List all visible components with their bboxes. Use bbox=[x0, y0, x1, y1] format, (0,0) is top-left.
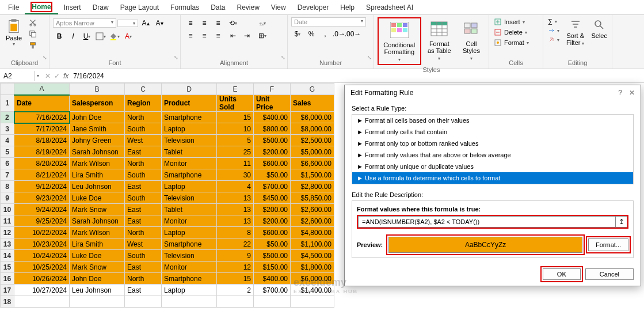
format-painter-button[interactable] bbox=[26, 40, 39, 51]
data-cell[interactable]: 4 bbox=[217, 181, 254, 192]
menu-tab-formulas[interactable]: Formulas bbox=[165, 1, 205, 14]
data-cell[interactable]: East bbox=[125, 146, 162, 158]
data-cell[interactable]: West bbox=[125, 135, 162, 146]
data-cell[interactable] bbox=[254, 296, 291, 308]
data-cell[interactable] bbox=[125, 296, 162, 308]
align-right-button[interactable]: ≡ bbox=[212, 30, 224, 41]
bold-button[interactable]: B bbox=[53, 31, 66, 42]
data-cell[interactable]: Luke Doe bbox=[70, 250, 125, 262]
format-as-table-button[interactable]: Format as Table ▾ bbox=[424, 17, 455, 63]
data-cell[interactable]: Lira Smith bbox=[70, 238, 125, 250]
fx-icon[interactable]: fx bbox=[63, 72, 68, 80]
data-cell[interactable]: Television bbox=[162, 135, 217, 146]
data-cell[interactable]: $1,400.00 bbox=[291, 285, 334, 296]
column-header[interactable]: B bbox=[70, 84, 125, 95]
delete-cells-button[interactable]: Delete ▾ bbox=[493, 28, 530, 37]
column-header[interactable]: G bbox=[291, 84, 334, 95]
menu-tab-page-layout[interactable]: Page Layout bbox=[115, 1, 165, 14]
data-cell[interactable]: $500.00 bbox=[254, 250, 291, 262]
header-cell[interactable]: Region bbox=[125, 95, 162, 112]
data-cell[interactable]: Sarah Johnson bbox=[70, 146, 125, 158]
paste-button[interactable]: Paste ▾ bbox=[3, 17, 24, 48]
data-cell[interactable]: Leu Johnson bbox=[70, 285, 125, 296]
data-cell[interactable]: 25 bbox=[217, 146, 254, 158]
data-cell[interactable]: Smartphone bbox=[162, 169, 217, 181]
data-cell[interactable]: Jane Smith bbox=[70, 123, 125, 135]
data-cell[interactable]: $150.00 bbox=[254, 262, 291, 273]
data-cell[interactable]: Mark Wilson bbox=[70, 227, 125, 238]
align-middle-button[interactable]: ≡ bbox=[198, 17, 211, 29]
data-cell[interactable]: John Doe bbox=[70, 112, 125, 123]
row-header[interactable]: 16 bbox=[1, 273, 14, 285]
data-cell[interactable]: John Doe bbox=[70, 273, 125, 285]
data-cell[interactable]: 8/20/2024 bbox=[14, 158, 70, 169]
clear-button[interactable]: ▾ bbox=[547, 36, 561, 44]
column-header[interactable]: D bbox=[162, 84, 217, 95]
data-cell[interactable]: 9/24/2024 bbox=[14, 204, 70, 215]
border-button[interactable]: ▾ bbox=[94, 31, 107, 42]
header-cell[interactable]: Date bbox=[14, 95, 70, 112]
data-cell[interactable]: Tablet bbox=[162, 146, 217, 158]
data-cell[interactable]: East bbox=[125, 204, 162, 215]
underline-button[interactable]: U▾ bbox=[81, 31, 93, 42]
data-cell[interactable]: $200.00 bbox=[254, 146, 291, 158]
header-cell[interactable]: Sales bbox=[291, 95, 334, 112]
data-cell[interactable]: $2,500.00 bbox=[291, 135, 334, 146]
format-cells-button[interactable]: Format ▾ bbox=[493, 38, 530, 47]
alignment-launcher-icon[interactable]: ⤡ bbox=[281, 55, 285, 60]
data-cell[interactable]: $600.00 bbox=[254, 227, 291, 238]
increase-font-button[interactable]: A▴ bbox=[139, 17, 152, 29]
data-cell[interactable]: Sarah Johnson bbox=[70, 215, 125, 227]
format-button[interactable]: Format... bbox=[588, 238, 628, 251]
data-cell[interactable]: 10/25/2024 bbox=[14, 262, 70, 273]
data-cell[interactable]: South bbox=[125, 123, 162, 135]
data-cell[interactable]: Leu Johnson bbox=[70, 181, 125, 192]
data-cell[interactable]: $5,850.00 bbox=[291, 192, 334, 204]
font-launcher-icon[interactable]: ⤡ bbox=[174, 55, 178, 60]
data-cell[interactable]: 22 bbox=[217, 238, 254, 250]
data-cell[interactable] bbox=[14, 296, 70, 308]
data-cell[interactable]: Television bbox=[162, 250, 217, 262]
data-cell[interactable]: 7/17/2024 bbox=[14, 123, 70, 135]
menu-tab-developer[interactable]: Developer bbox=[292, 1, 335, 14]
data-cell[interactable]: 11 bbox=[217, 158, 254, 169]
data-cell[interactable]: 30 bbox=[217, 169, 254, 181]
select-all-corner[interactable] bbox=[1, 84, 14, 95]
data-cell[interactable]: $2,600.00 bbox=[291, 215, 334, 227]
menu-tab-review[interactable]: Review bbox=[231, 1, 265, 14]
row-header[interactable]: 13 bbox=[1, 238, 14, 250]
data-cell[interactable] bbox=[70, 296, 125, 308]
data-cell[interactable]: North bbox=[125, 158, 162, 169]
data-cell[interactable]: 10/23/2024 bbox=[14, 238, 70, 250]
formula-input[interactable] bbox=[72, 71, 187, 81]
fill-color-button[interactable]: ▾ bbox=[108, 31, 121, 42]
data-cell[interactable]: Laptop bbox=[162, 123, 217, 135]
row-header[interactable]: 17 bbox=[1, 285, 14, 296]
data-cell[interactable]: $4,800.00 bbox=[291, 227, 334, 238]
column-header[interactable]: A bbox=[14, 84, 70, 95]
italic-button[interactable]: I bbox=[67, 31, 79, 42]
orientation-button[interactable]: ⟲▾ bbox=[227, 17, 239, 29]
rule-type-item[interactable]: ► Format only unique or duplicate values bbox=[352, 161, 633, 172]
data-cell[interactable]: $200.00 bbox=[254, 204, 291, 215]
data-cell[interactable]: West bbox=[125, 238, 162, 250]
cancel-formula-icon[interactable]: ✕ bbox=[45, 72, 51, 80]
menu-tab-draw[interactable]: Draw bbox=[87, 1, 115, 14]
rule-type-item[interactable]: ► Format only cells that contain bbox=[352, 126, 633, 138]
row-header[interactable]: 18 bbox=[1, 296, 14, 308]
clipboard-launcher-icon[interactable]: ⤡ bbox=[43, 55, 47, 60]
align-left-button[interactable]: ≡ bbox=[184, 30, 197, 41]
decrease-indent-button[interactable]: ⇤ bbox=[227, 30, 239, 41]
data-cell[interactable]: $450.00 bbox=[254, 192, 291, 204]
row-header[interactable]: 10 bbox=[1, 204, 14, 215]
insert-cells-button[interactable]: Insert ▾ bbox=[493, 17, 530, 26]
data-cell[interactable]: $6,600.00 bbox=[291, 158, 334, 169]
data-cell[interactable]: Laptop bbox=[162, 285, 217, 296]
header-cell[interactable]: Unit Price bbox=[254, 95, 291, 112]
help-icon[interactable]: ? bbox=[618, 89, 622, 97]
data-cell[interactable]: East bbox=[125, 215, 162, 227]
data-cell[interactable]: $2,800.00 bbox=[291, 181, 334, 192]
data-cell[interactable]: $6,000.00 bbox=[291, 273, 334, 285]
data-cell[interactable]: 8/21/2024 bbox=[14, 169, 70, 181]
column-header[interactable]: E bbox=[217, 84, 254, 95]
